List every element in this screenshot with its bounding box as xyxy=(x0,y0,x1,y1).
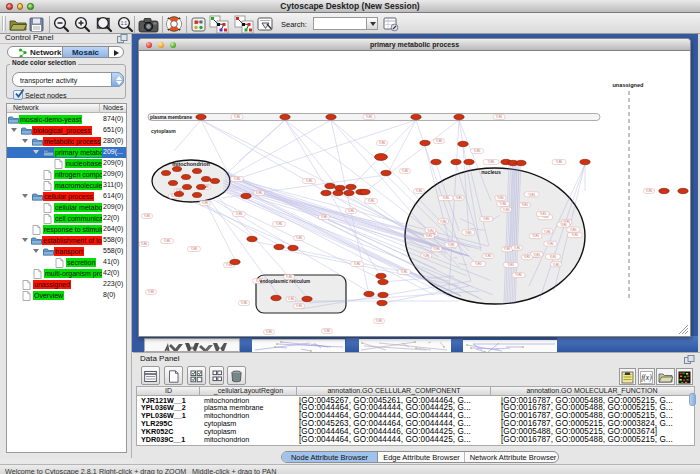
svg-text:YLR0: YLR0 xyxy=(324,329,331,333)
svg-text:YLR0: YLR0 xyxy=(553,263,560,267)
svg-text:YLR0: YLR0 xyxy=(354,262,361,266)
svg-text:YLR0: YLR0 xyxy=(433,247,440,251)
svg-text:YLR0: YLR0 xyxy=(540,212,547,216)
svg-text:YLR0: YLR0 xyxy=(306,179,313,183)
svg-text:YLR0: YLR0 xyxy=(234,115,241,119)
svg-text:YLR0: YLR0 xyxy=(646,189,653,193)
svg-text:unassigned: unassigned xyxy=(612,82,644,88)
svg-text:YLR0: YLR0 xyxy=(423,254,430,258)
svg-text:YLR0: YLR0 xyxy=(376,319,383,323)
svg-text:endoplasmic reticulum: endoplasmic reticulum xyxy=(260,279,310,284)
svg-text:YLR0: YLR0 xyxy=(488,160,495,164)
svg-text:YLR0: YLR0 xyxy=(500,202,507,206)
svg-text:YLR0: YLR0 xyxy=(266,330,273,334)
svg-text:YLR0: YLR0 xyxy=(366,115,373,119)
svg-text:YLR0: YLR0 xyxy=(533,253,540,257)
svg-text:YLR0: YLR0 xyxy=(497,196,504,200)
svg-text:YLR0: YLR0 xyxy=(560,223,567,227)
svg-text:YLR0: YLR0 xyxy=(532,234,539,238)
svg-text:YLR0: YLR0 xyxy=(547,242,554,246)
svg-text:YLR0: YLR0 xyxy=(455,196,462,200)
svg-text:YLR0: YLR0 xyxy=(485,254,492,258)
svg-text:YLR0: YLR0 xyxy=(440,220,447,224)
svg-text:YLR0: YLR0 xyxy=(256,191,263,195)
svg-text:YLR0: YLR0 xyxy=(504,247,511,251)
svg-text:YLR0: YLR0 xyxy=(401,270,408,274)
svg-text:YLR0: YLR0 xyxy=(528,193,535,197)
svg-text:plasma membrane: plasma membrane xyxy=(150,115,192,120)
svg-text:YLR0: YLR0 xyxy=(503,208,510,212)
svg-text:YLR0: YLR0 xyxy=(368,199,375,203)
svg-text:mitochondrion: mitochondrion xyxy=(172,161,210,167)
svg-text:YLR0: YLR0 xyxy=(556,160,563,164)
svg-text:YLR0: YLR0 xyxy=(236,212,243,216)
svg-text:YLR0: YLR0 xyxy=(507,263,514,267)
svg-text:YLR0: YLR0 xyxy=(148,290,155,294)
svg-text:YLR0: YLR0 xyxy=(443,196,450,200)
svg-text:YLR0: YLR0 xyxy=(321,215,328,219)
svg-text:YLR0: YLR0 xyxy=(348,209,355,213)
svg-text:YLR0: YLR0 xyxy=(475,262,482,266)
svg-text:YLR0: YLR0 xyxy=(276,222,283,226)
svg-text:YLR0: YLR0 xyxy=(427,229,434,233)
svg-text:YLR0: YLR0 xyxy=(483,217,490,221)
svg-text:YLR0: YLR0 xyxy=(465,231,472,235)
svg-text:YLR0: YLR0 xyxy=(141,242,148,246)
svg-text:YLR0: YLR0 xyxy=(570,228,577,232)
svg-text:YLR0: YLR0 xyxy=(402,169,409,173)
svg-text:1:1: 1:1 xyxy=(121,21,128,26)
svg-text:YLR0: YLR0 xyxy=(379,141,386,145)
svg-text:YLR0: YLR0 xyxy=(514,246,521,250)
svg-text:cytoplasm: cytoplasm xyxy=(151,128,176,134)
svg-text:YLR0: YLR0 xyxy=(296,304,303,308)
svg-text:YLR0: YLR0 xyxy=(416,189,423,193)
svg-text:YLR0: YLR0 xyxy=(544,230,551,234)
svg-text:YLR0: YLR0 xyxy=(436,139,443,143)
svg-text:YLR0: YLR0 xyxy=(550,255,557,259)
svg-text:YLR0: YLR0 xyxy=(296,236,303,240)
svg-text:YLR0: YLR0 xyxy=(524,255,531,259)
svg-text:YLR0: YLR0 xyxy=(191,247,198,251)
svg-text:YLR0: YLR0 xyxy=(234,177,241,181)
svg-text:YLR0: YLR0 xyxy=(448,243,455,247)
svg-text:YLR0: YLR0 xyxy=(164,239,171,243)
svg-text:YLR0: YLR0 xyxy=(426,234,433,238)
svg-text:YLR0: YLR0 xyxy=(496,115,503,119)
svg-text:YLR0: YLR0 xyxy=(202,201,209,205)
svg-text:YLR0: YLR0 xyxy=(572,233,579,237)
svg-text:YLR0: YLR0 xyxy=(144,214,151,218)
svg-text:YLR0: YLR0 xyxy=(241,301,248,305)
svg-text:YLR0: YLR0 xyxy=(521,203,528,207)
svg-text:YLR0: YLR0 xyxy=(474,149,481,153)
svg-text:f(x): f(x) xyxy=(641,373,652,382)
svg-text:YLR0: YLR0 xyxy=(515,273,522,277)
svg-text:nucleus: nucleus xyxy=(481,169,501,175)
svg-text:YLR0: YLR0 xyxy=(288,297,295,301)
